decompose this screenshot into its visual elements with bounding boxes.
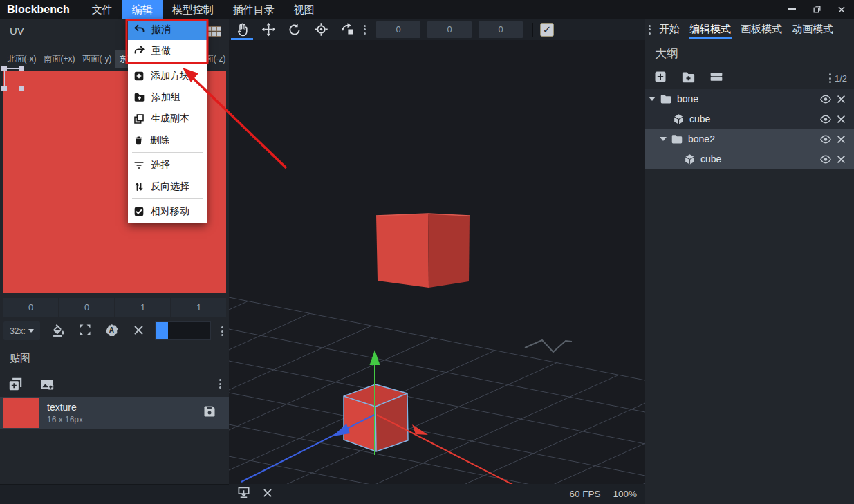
menu-item-label: 生成副本 [151, 113, 189, 125]
outliner-row-cube[interactable]: cube [645, 109, 854, 129]
menu-view[interactable]: 视图 [284, 0, 324, 19]
tab-animate-mode[interactable]: 动画模式 [787, 19, 838, 40]
floating-cube[interactable] [376, 214, 470, 288]
screenshot-icon[interactable] [237, 486, 250, 502]
add-group-icon[interactable] [681, 71, 696, 86]
left-panel-bottom-strip [0, 484, 229, 504]
viewport[interactable]: 0 0 0 ✓ [229, 19, 645, 504]
export-toggle-icon[interactable] [837, 95, 846, 104]
hand-tool-icon[interactable] [229, 19, 255, 40]
invert-selection-icon [133, 181, 145, 192]
tab-start[interactable]: 开始 [654, 19, 685, 40]
toolbar-divider [532, 23, 533, 37]
move-z-input[interactable]: 0 [479, 21, 523, 38]
export-toggle-icon[interactable] [837, 155, 846, 164]
frame-uv-icon[interactable] [78, 323, 92, 339]
menu-item-relative-move[interactable]: 相对移动 [128, 200, 207, 222]
panel-options-icon[interactable] [645, 22, 654, 37]
menu-item-add-group[interactable]: 添加组 [128, 86, 207, 108]
menu-file[interactable]: 文件 [82, 0, 122, 19]
uv-height-input[interactable]: 1 [171, 298, 226, 317]
visibility-icon[interactable] [819, 94, 832, 104]
uv-selection-box[interactable] [4, 68, 21, 88]
clear-uv-icon[interactable] [133, 325, 144, 338]
export-toggle-icon[interactable] [837, 115, 846, 124]
texture-list-item[interactable]: texture 16 x 16px [0, 397, 229, 429]
menu-plugins[interactable]: 插件目录 [223, 0, 284, 19]
viewport-canvas[interactable] [229, 40, 645, 484]
uv-more-options-icon[interactable] [218, 324, 227, 339]
uv-handle[interactable] [1, 66, 7, 71]
create-texture-icon[interactable] [8, 377, 23, 394]
visibility-icon[interactable] [819, 114, 832, 124]
rotate-tool-icon[interactable] [281, 19, 308, 40]
menu-separator [132, 198, 203, 199]
tab-paint-mode[interactable]: 画板模式 [736, 19, 787, 40]
menu-model-control[interactable]: 模型控制 [163, 0, 223, 19]
dismiss-icon[interactable] [263, 488, 272, 501]
outliner-toolbar: 1/2 [645, 68, 854, 88]
vertex-snap-tool-icon[interactable] [334, 19, 360, 40]
uv-grid-toggle-icon[interactable] [207, 26, 222, 40]
outliner-more-icon[interactable] [826, 71, 835, 86]
pivot-tool-icon[interactable] [308, 19, 334, 40]
menu-item-delete[interactable]: 删除 [128, 129, 207, 151]
menu-item-undo[interactable]: 撤消 [128, 19, 207, 40]
toggle-options-icon[interactable] [709, 72, 723, 84]
uv-handle[interactable] [19, 86, 24, 91]
minimize-icon[interactable] [779, 0, 804, 19]
menu-separator [132, 152, 203, 153]
uv-y-input[interactable]: 0 [59, 298, 114, 317]
visibility-icon[interactable] [819, 154, 832, 165]
textures-more-options-icon[interactable] [216, 376, 225, 391]
cube-icon [684, 153, 696, 165]
tab-face-west[interactable]: 西面(-y) [79, 50, 115, 68]
uv-handle[interactable] [1, 86, 7, 91]
add-cube-icon [133, 71, 145, 82]
add-cube-icon[interactable] [653, 70, 667, 86]
uv-width-input[interactable]: 1 [115, 298, 170, 317]
node-name[interactable]: cube [700, 153, 819, 165]
outliner-row-cube2[interactable]: cube [645, 149, 854, 169]
tab-edit-mode[interactable]: 编辑模式 [685, 19, 736, 40]
outliner-row-bone2[interactable]: bone2 [645, 129, 854, 149]
uv-handle[interactable] [19, 66, 24, 71]
menu-item-invert-selection[interactable]: 反向选择 [128, 176, 207, 197]
import-texture-icon[interactable] [40, 378, 54, 393]
move-x-input[interactable]: 0 [376, 21, 420, 38]
export-toggle-icon[interactable] [837, 135, 846, 144]
outliner-title: 大纲 [655, 46, 678, 62]
redo-icon [133, 45, 145, 57]
collapse-caret-icon[interactable] [660, 137, 667, 141]
node-name[interactable]: bone [677, 93, 819, 104]
menu-item-duplicate[interactable]: 生成副本 [128, 108, 207, 129]
uv-zoom-select[interactable]: 32x: [3, 321, 40, 340]
move-y-input[interactable]: 0 [427, 21, 472, 38]
menu-item-select[interactable]: 选择 [128, 154, 207, 176]
uv-x-input[interactable]: 0 [3, 298, 58, 317]
tab-face-south[interactable]: 南面(+x) [40, 50, 79, 68]
paint-bucket-icon[interactable] [51, 323, 66, 340]
viewport-statusbar: 60 FPS 100% [229, 484, 645, 504]
menu-item-redo[interactable]: 重做 [128, 40, 207, 62]
move-tool-icon[interactable] [255, 19, 281, 40]
undo-icon [133, 24, 145, 35]
texture-thumbnail [3, 398, 39, 428]
close-icon[interactable] [829, 0, 854, 19]
outliner-row-bone[interactable]: bone [645, 89, 854, 109]
menu-edit[interactable]: 编辑 [122, 0, 163, 19]
save-texture-icon[interactable] [203, 404, 216, 421]
auto-uv-icon[interactable]: A [104, 323, 119, 340]
uv-opacity-slider[interactable] [155, 321, 211, 340]
app-logo: Blockbench [7, 3, 70, 16]
folder-icon [671, 133, 683, 144]
restore-icon[interactable] [804, 0, 829, 19]
node-name[interactable]: cube [689, 113, 819, 124]
selected-cube[interactable] [344, 384, 408, 451]
node-name[interactable]: bone2 [688, 133, 819, 144]
relative-move-checkbox[interactable]: ✓ [540, 23, 554, 37]
tool-options-icon[interactable] [360, 22, 369, 37]
visibility-icon[interactable] [819, 134, 832, 144]
collapse-caret-icon[interactable] [649, 97, 656, 101]
menu-item-add-cube[interactable]: 添加方块 [128, 65, 207, 86]
